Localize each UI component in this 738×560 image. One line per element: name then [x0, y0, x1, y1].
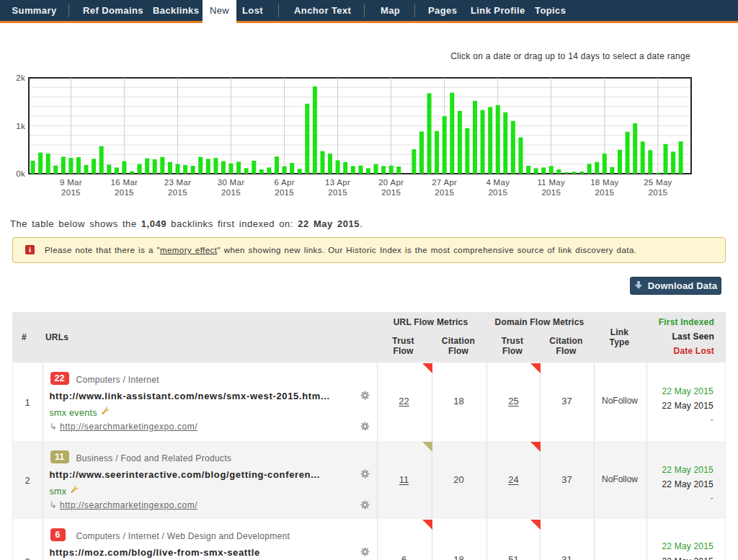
svg-text:2015: 2015: [649, 188, 668, 197]
svg-text:2015: 2015: [541, 188, 561, 197]
svg-text:9 Mar: 9 Mar: [60, 178, 82, 187]
svg-text:2015: 2015: [221, 188, 241, 197]
svg-text:30 Mar: 30 Mar: [218, 178, 245, 187]
svg-text:25 May: 25 May: [644, 178, 672, 187]
svg-text:2015: 2015: [488, 188, 507, 197]
svg-text:2015: 2015: [381, 188, 401, 197]
svg-text:1k: 1k: [16, 122, 25, 130]
svg-text:16 Mar: 16 Mar: [111, 178, 138, 187]
svg-text:6 Apr: 6 Apr: [274, 178, 294, 187]
svg-text:2015: 2015: [115, 188, 134, 197]
svg-text:2015: 2015: [168, 188, 187, 197]
svg-text:23 Mar: 23 Mar: [164, 178, 192, 187]
svg-text:2015: 2015: [61, 188, 81, 197]
svg-text:18 May: 18 May: [590, 178, 619, 187]
svg-text:13 Apr: 13 Apr: [325, 178, 350, 187]
svg-text:2015: 2015: [595, 188, 615, 197]
svg-text:0k: 0k: [16, 169, 25, 178]
svg-text:2015: 2015: [435, 188, 454, 197]
svg-text:27 Apr: 27 Apr: [432, 178, 457, 187]
svg-text:2k: 2k: [16, 74, 25, 82]
svg-text:11 May: 11 May: [537, 178, 565, 187]
svg-text:2015: 2015: [328, 188, 347, 197]
svg-text:20 Apr: 20 Apr: [378, 178, 404, 187]
svg-text:4 May: 4 May: [486, 178, 510, 187]
svg-text:2015: 2015: [275, 188, 294, 197]
